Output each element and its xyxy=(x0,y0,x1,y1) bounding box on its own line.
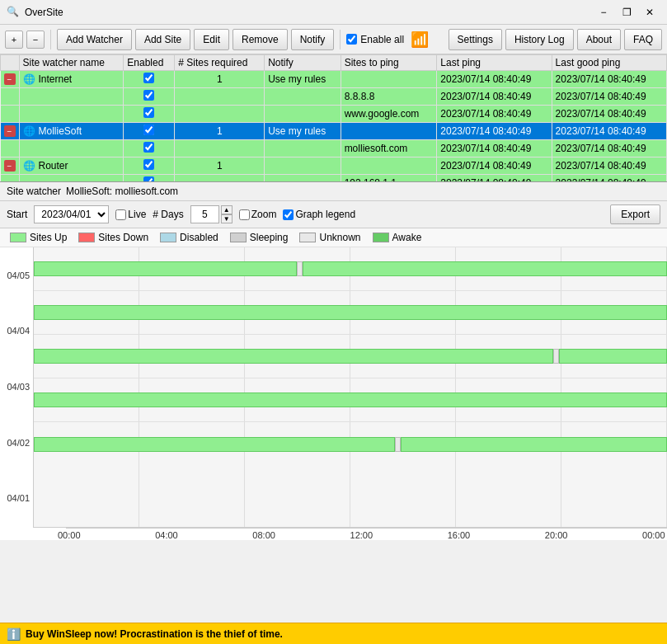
sitewatcher-bar: Site watcher MollieSoft: molliesoft.com xyxy=(0,182,667,201)
row-name-cell: 🌐Router xyxy=(19,157,124,175)
legend-color-box xyxy=(10,233,26,242)
row-action-cell xyxy=(1,140,20,157)
row-sites-required-cell xyxy=(175,140,265,157)
row-last-good-ping-cell: 2023/07/14 08:40:49 xyxy=(552,140,666,157)
enable-all-checkbox-label[interactable]: Enable all xyxy=(346,34,404,45)
zoom-label: Zoom xyxy=(251,209,277,220)
row-enabled-checkbox[interactable] xyxy=(143,176,154,182)
row-name-cell xyxy=(19,140,124,157)
legend-item: Unknown xyxy=(299,232,360,243)
notify-button[interactable]: Notify xyxy=(291,29,335,50)
table-row[interactable]: molliesoft.com2023/07/14 08:40:492023/07… xyxy=(1,140,667,157)
col-notify: Notify xyxy=(265,55,341,71)
enable-all-checkbox[interactable] xyxy=(346,34,357,45)
site-type-icon: 🌐 xyxy=(23,73,35,85)
row-last-good-ping-cell: 2023/07/14 08:40:49 xyxy=(552,123,666,140)
minus-button[interactable]: − xyxy=(4,160,16,172)
chart-bar xyxy=(401,437,667,452)
row-enabled-checkbox[interactable] xyxy=(143,107,154,118)
row-enabled-checkbox[interactable] xyxy=(143,142,154,153)
legend-item-label: Sites Up xyxy=(30,232,67,243)
row-enabled-cell xyxy=(124,123,175,140)
legend-checkbox[interactable] xyxy=(283,209,294,220)
days-spinner: ▲ ▼ xyxy=(190,205,233,223)
row-enabled-checkbox[interactable] xyxy=(143,73,154,83)
date-dropdown[interactable]: 2023/04/01 xyxy=(34,205,109,223)
site-type-icon: 🌐 xyxy=(23,125,35,137)
row-notify-cell xyxy=(265,106,341,123)
table-row[interactable]: www.google.com2023/07/14 08:40:492023/07… xyxy=(1,106,667,123)
faq-button[interactable]: FAQ xyxy=(624,29,662,50)
table-body: −🌐Internet1Use my rules2023/07/14 08:40:… xyxy=(1,71,667,183)
site-watcher-table[interactable]: Site watcher name Enabled # Sites requir… xyxy=(0,54,667,182)
row-name-cell xyxy=(19,88,124,106)
about-button[interactable]: About xyxy=(577,29,621,50)
row-notify-cell: Use my rules xyxy=(265,71,341,88)
legend-item: Sleeping xyxy=(230,232,289,243)
chart-bar xyxy=(34,349,553,364)
window-controls: − ❐ ✕ xyxy=(593,4,660,21)
legend-item-label: Awake xyxy=(392,232,422,243)
row-enabled-cell xyxy=(124,88,175,106)
row-sites-required-cell xyxy=(175,106,265,123)
add-small-button[interactable]: + xyxy=(5,31,23,49)
zoom-checkbox-label[interactable]: Zoom xyxy=(239,209,277,220)
days-down-button[interactable]: ▼ xyxy=(221,214,233,223)
table-row[interactable]: −🌐Internet1Use my rules2023/07/14 08:40:… xyxy=(1,71,667,88)
settings-button[interactable]: Settings xyxy=(449,29,502,50)
table-row[interactable]: −🌐MollieSoft1Use my rules2023/07/14 08:4… xyxy=(1,123,667,140)
remove-small-button[interactable]: − xyxy=(26,31,45,49)
enable-all-label: Enable all xyxy=(360,34,404,45)
chart-data-row xyxy=(34,422,667,466)
zoom-checkbox[interactable] xyxy=(239,209,250,220)
row-last-good-ping-cell: 2023/07/14 08:40:49 xyxy=(552,175,666,183)
y-axis-label: 04/02 xyxy=(7,421,30,464)
minus-button[interactable]: − xyxy=(4,125,16,137)
days-up-button[interactable]: ▲ xyxy=(221,205,233,214)
live-label: Live xyxy=(128,209,146,220)
minus-button[interactable]: − xyxy=(4,73,16,85)
chart-y-labels: 04/0504/0404/0304/0204/01 xyxy=(0,247,33,528)
app-icon: 🔍 xyxy=(7,6,20,19)
add-site-button[interactable]: Add Site xyxy=(135,29,190,50)
row-name-text: Internet xyxy=(39,73,73,85)
x-axis-label: 08:00 xyxy=(252,529,358,540)
row-enabled-checkbox[interactable] xyxy=(143,90,154,101)
y-axis-label: 04/05 xyxy=(7,253,30,297)
row-last-good-ping-cell: 2023/07/14 08:40:49 xyxy=(552,88,666,106)
restore-button[interactable]: ❐ xyxy=(616,4,637,21)
row-last-ping-cell: 2023/07/14 08:40:49 xyxy=(437,123,552,140)
row-notify-cell xyxy=(265,140,341,157)
row-enabled-checkbox[interactable] xyxy=(143,125,154,135)
live-checkbox-label[interactable]: Live xyxy=(115,209,146,220)
chart-bar xyxy=(34,393,667,407)
chart-bar xyxy=(297,261,303,276)
add-watcher-button[interactable]: Add Watcher xyxy=(57,29,132,50)
chart-area: 04/0504/0404/0304/0204/01 00:0004:0008:0… xyxy=(0,247,667,540)
remove-button[interactable]: Remove xyxy=(233,29,288,50)
live-checkbox[interactable] xyxy=(115,209,126,220)
app-title: OverSite xyxy=(25,7,593,18)
days-input[interactable] xyxy=(190,205,219,223)
row-enabled-cell xyxy=(124,71,175,88)
legend-color-box xyxy=(230,233,247,242)
table-row[interactable]: −🌐Router12023/07/14 08:40:492023/07/14 0… xyxy=(1,157,667,175)
sitewatcher-value: MollieSoft: molliesoft.com xyxy=(66,186,178,197)
watchers-table: Site watcher name Enabled # Sites requir… xyxy=(0,54,667,182)
y-axis-label: 04/03 xyxy=(7,364,30,408)
close-button[interactable]: ✕ xyxy=(639,4,660,21)
row-enabled-checkbox[interactable] xyxy=(143,159,154,170)
history-log-button[interactable]: History Log xyxy=(505,29,574,50)
export-button[interactable]: Export xyxy=(610,204,660,224)
minimize-button[interactable]: − xyxy=(593,4,614,21)
row-enabled-cell xyxy=(124,140,175,157)
row-sites-to-ping-cell: 192.168.1.1 xyxy=(341,175,437,183)
legend-checkbox-label[interactable]: Graph legend xyxy=(283,209,355,220)
spinner-buttons: ▲ ▼ xyxy=(221,205,233,223)
table-row[interactable]: 192.168.1.12023/07/14 08:40:492023/07/14… xyxy=(1,175,667,183)
edit-button[interactable]: Edit xyxy=(194,29,229,50)
start-label: Start xyxy=(7,209,27,220)
col-sites-to-ping: Sites to ping xyxy=(341,55,437,71)
table-row[interactable]: 8.8.8.82023/07/14 08:40:492023/07/14 08:… xyxy=(1,88,667,106)
legend-item-label: Disabled xyxy=(180,232,218,243)
